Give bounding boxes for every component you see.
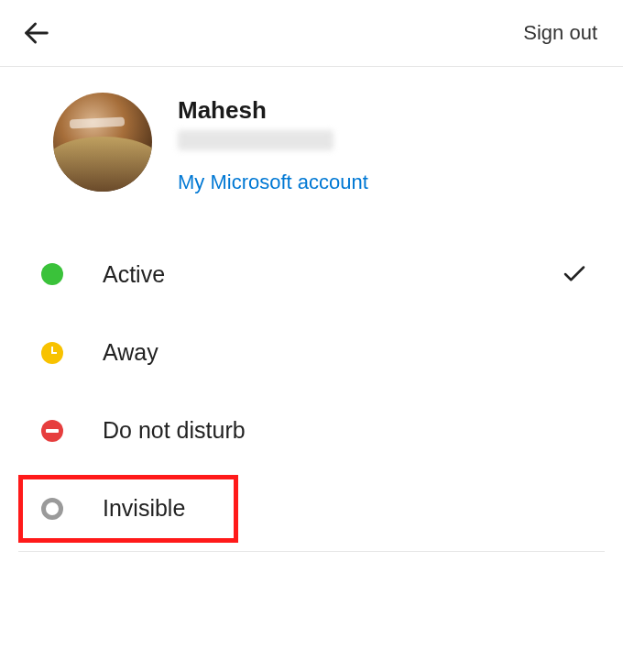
invisible-status-icon [40, 497, 64, 521]
profile-name: Mahesh [178, 96, 368, 125]
status-list: Active Away Do not disturb Invisible [0, 213, 623, 547]
checkmark-icon [561, 260, 588, 288]
status-item-away[interactable]: Away [0, 314, 623, 391]
status-item-invisible[interactable]: Invisible [0, 469, 623, 547]
header-bar: Sign out [0, 0, 623, 67]
profile-username-redacted [178, 130, 333, 150]
profile-info: Mahesh My Microsoft account [178, 93, 368, 194]
back-button[interactable] [20, 17, 53, 50]
back-arrow-icon [21, 17, 52, 49]
profile-section: Mahesh My Microsoft account [0, 67, 623, 213]
dnd-status-icon [40, 419, 64, 443]
avatar[interactable] [53, 93, 152, 192]
status-item-active[interactable]: Active [0, 235, 623, 314]
away-status-icon [40, 341, 64, 365]
microsoft-account-link[interactable]: My Microsoft account [178, 171, 368, 194]
status-label: Invisible [103, 495, 588, 522]
status-item-dnd[interactable]: Do not disturb [0, 391, 623, 469]
divider [18, 551, 605, 552]
active-status-icon [40, 262, 64, 286]
status-label: Do not disturb [103, 417, 588, 444]
status-label: Away [103, 339, 588, 366]
status-label: Active [103, 261, 561, 288]
signout-button[interactable]: Sign out [523, 21, 597, 45]
